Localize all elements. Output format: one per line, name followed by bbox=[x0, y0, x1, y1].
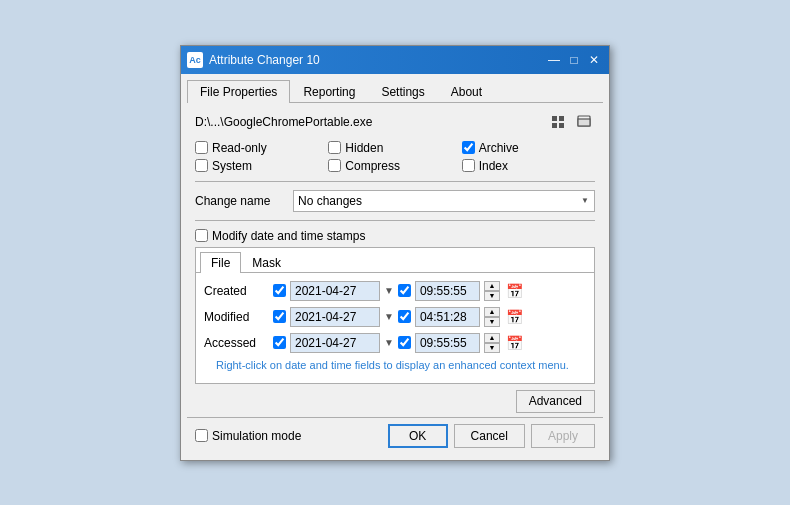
index-checkbox[interactable] bbox=[462, 159, 475, 172]
created-time-up[interactable]: ▲ bbox=[484, 281, 500, 291]
app-icon: Ac bbox=[187, 52, 203, 68]
accessed-time-up[interactable]: ▲ bbox=[484, 333, 500, 343]
created-time-spinner: ▲ ▼ bbox=[484, 281, 500, 301]
index-checkbox-item: Index bbox=[462, 159, 595, 173]
apply-button[interactable]: Apply bbox=[531, 424, 595, 448]
modify-date-row: Modify date and time stamps bbox=[195, 229, 595, 243]
system-checkbox-item: System bbox=[195, 159, 328, 173]
archive-checkbox-item: Archive bbox=[462, 141, 595, 155]
system-checkbox[interactable] bbox=[195, 159, 208, 172]
created-time-checkbox[interactable] bbox=[398, 284, 411, 297]
window-body: File Properties Reporting Settings About… bbox=[181, 74, 609, 460]
readonly-checkbox-item: Read-only bbox=[195, 141, 328, 155]
tab-reporting[interactable]: Reporting bbox=[290, 80, 368, 103]
modified-dropdown-icon[interactable]: ▼ bbox=[384, 311, 394, 322]
advanced-button[interactable]: Advanced bbox=[516, 390, 595, 413]
file-path-row: D:\...\GoogleChromePortable.exe bbox=[195, 111, 595, 133]
readonly-checkbox[interactable] bbox=[195, 141, 208, 154]
created-time-input[interactable] bbox=[415, 281, 480, 301]
attr-col-2: Hidden Compress bbox=[328, 141, 461, 173]
svg-rect-5 bbox=[578, 119, 590, 126]
bottom-bar: Simulation mode OK Cancel Apply bbox=[187, 417, 603, 454]
simulation-mode-label[interactable]: Simulation mode bbox=[212, 429, 301, 443]
date-tab-mask[interactable]: Mask bbox=[241, 252, 292, 273]
close-button[interactable]: ✕ bbox=[585, 52, 603, 68]
file-icon-buttons bbox=[547, 111, 595, 133]
date-tab-file[interactable]: File bbox=[200, 252, 241, 273]
hidden-checkbox[interactable] bbox=[328, 141, 341, 154]
archive-label[interactable]: Archive bbox=[479, 141, 519, 155]
compress-checkbox-item: Compress bbox=[328, 159, 461, 173]
attributes-row: Read-only System Hidden Compress bbox=[195, 141, 595, 173]
modified-calendar-icon[interactable]: 📅 bbox=[506, 309, 523, 325]
archive-checkbox[interactable] bbox=[462, 141, 475, 154]
minimize-button[interactable]: — bbox=[545, 52, 563, 68]
tab-settings[interactable]: Settings bbox=[368, 80, 437, 103]
grid-view-button[interactable] bbox=[547, 111, 569, 133]
grid-icon bbox=[551, 115, 565, 129]
separator-1 bbox=[195, 181, 595, 182]
window-title: Attribute Changer 10 bbox=[209, 53, 320, 67]
created-calendar-icon[interactable]: 📅 bbox=[506, 283, 523, 299]
modified-time-spinner: ▲ ▼ bbox=[484, 307, 500, 327]
browse-button[interactable] bbox=[573, 111, 595, 133]
change-name-row: Change name No changes Uppercase Lowerca… bbox=[195, 190, 595, 212]
accessed-time-down[interactable]: ▼ bbox=[484, 343, 500, 353]
change-name-label: Change name bbox=[195, 194, 285, 208]
modified-time-checkbox[interactable] bbox=[398, 310, 411, 323]
created-date-input[interactable] bbox=[290, 281, 380, 301]
title-bar: Ac Attribute Changer 10 — □ ✕ bbox=[181, 46, 609, 74]
accessed-checkbox[interactable] bbox=[273, 336, 286, 349]
readonly-label[interactable]: Read-only bbox=[212, 141, 267, 155]
title-bar-left: Ac Attribute Changer 10 bbox=[187, 52, 320, 68]
modified-checkbox[interactable] bbox=[273, 310, 286, 323]
accessed-dropdown-icon[interactable]: ▼ bbox=[384, 337, 394, 348]
created-label: Created bbox=[204, 284, 269, 298]
modified-date-input[interactable] bbox=[290, 307, 380, 327]
date-row-created: Created ▼ ▲ ▼ 📅 bbox=[204, 281, 586, 301]
accessed-time-checkbox[interactable] bbox=[398, 336, 411, 349]
folder-icon bbox=[577, 115, 591, 129]
simulation-mode-row: Simulation mode bbox=[195, 429, 301, 443]
modified-time-up[interactable]: ▲ bbox=[484, 307, 500, 317]
modified-label: Modified bbox=[204, 310, 269, 324]
date-row-accessed: Accessed ▼ ▲ ▼ 📅 bbox=[204, 333, 586, 353]
main-window: Ac Attribute Changer 10 — □ ✕ File Prope… bbox=[180, 45, 610, 461]
modified-time-input[interactable] bbox=[415, 307, 480, 327]
date-tab-bar: File Mask bbox=[196, 248, 594, 273]
accessed-calendar-icon[interactable]: 📅 bbox=[506, 335, 523, 351]
accessed-date-input[interactable] bbox=[290, 333, 380, 353]
svg-rect-1 bbox=[559, 116, 564, 121]
system-label[interactable]: System bbox=[212, 159, 252, 173]
accessed-time-input[interactable] bbox=[415, 333, 480, 353]
advanced-row: Advanced bbox=[195, 390, 595, 413]
bottom-buttons: OK Cancel Apply bbox=[388, 424, 595, 448]
created-dropdown-icon[interactable]: ▼ bbox=[384, 285, 394, 296]
hidden-label[interactable]: Hidden bbox=[345, 141, 383, 155]
maximize-button[interactable]: □ bbox=[565, 52, 583, 68]
tab-file-properties[interactable]: File Properties bbox=[187, 80, 290, 103]
svg-rect-0 bbox=[552, 116, 557, 121]
modified-time-down[interactable]: ▼ bbox=[484, 317, 500, 327]
index-label[interactable]: Index bbox=[479, 159, 508, 173]
created-time-down[interactable]: ▼ bbox=[484, 291, 500, 301]
accessed-time-spinner: ▲ ▼ bbox=[484, 333, 500, 353]
cancel-button[interactable]: Cancel bbox=[454, 424, 525, 448]
attr-col-3: Archive Index bbox=[462, 141, 595, 173]
hint-text: Right-click on date and time fields to d… bbox=[212, 359, 578, 371]
attr-col-1: Read-only System bbox=[195, 141, 328, 173]
simulation-mode-checkbox[interactable] bbox=[195, 429, 208, 442]
modify-date-checkbox[interactable] bbox=[195, 229, 208, 242]
date-rows: Created ▼ ▲ ▼ 📅 Modified bbox=[196, 273, 594, 383]
created-checkbox[interactable] bbox=[273, 284, 286, 297]
compress-checkbox[interactable] bbox=[328, 159, 341, 172]
hidden-checkbox-item: Hidden bbox=[328, 141, 461, 155]
tab-about[interactable]: About bbox=[438, 80, 495, 103]
compress-label[interactable]: Compress bbox=[345, 159, 400, 173]
change-name-select[interactable]: No changes Uppercase Lowercase Title cas… bbox=[293, 190, 595, 212]
ok-button[interactable]: OK bbox=[388, 424, 448, 448]
svg-rect-2 bbox=[552, 123, 557, 128]
date-panel: File Mask Created ▼ ▲ ▼ 📅 bbox=[195, 247, 595, 384]
window-controls: — □ ✕ bbox=[545, 52, 603, 68]
modify-date-label[interactable]: Modify date and time stamps bbox=[212, 229, 365, 243]
